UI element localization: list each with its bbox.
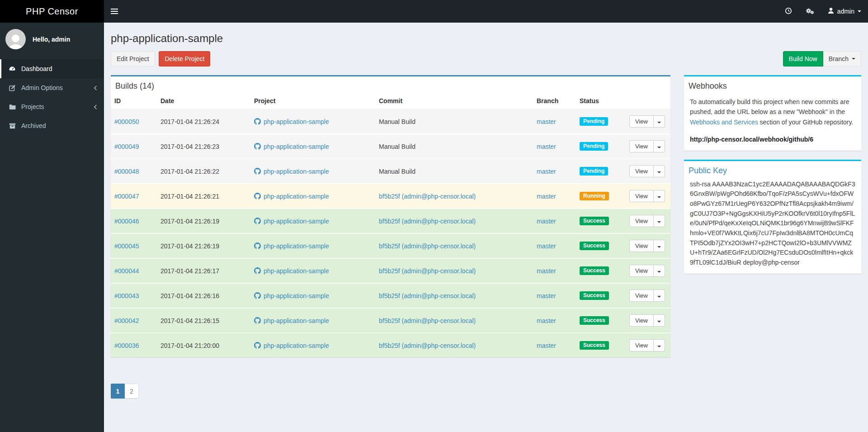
settings-button[interactable] (799, 0, 821, 23)
sidebar-menu: Dashboard Admin Options Projects Arch (0, 59, 104, 135)
project-link[interactable]: php-application-sample (254, 342, 329, 349)
pagination-page-2[interactable]: 2 (125, 384, 139, 399)
table-row: #0000502017-01-04 21:26:24php-applicatio… (111, 109, 670, 134)
branch-link[interactable]: master (537, 317, 556, 324)
github-icon (254, 217, 261, 225)
commit-link[interactable]: bf5b25f (admin@php-censor.local) (379, 342, 476, 349)
branch-dropdown-button[interactable]: Branch (823, 51, 861, 66)
sidebar-item-projects[interactable]: Projects (0, 97, 104, 116)
build-id-link[interactable]: #000047 (114, 193, 139, 200)
pagination-page-1[interactable]: 1 (111, 384, 125, 399)
webhooks-panel-title: Webhooks (684, 76, 861, 95)
clock-icon (785, 7, 792, 16)
commit-link[interactable]: bf5b25f (admin@php-censor.local) (379, 317, 476, 324)
project-link[interactable]: php-application-sample (254, 142, 329, 150)
build-id-link[interactable]: #000049 (114, 143, 139, 150)
view-button[interactable]: View (629, 339, 654, 351)
view-dropdown-toggle[interactable] (654, 115, 665, 128)
project-link[interactable]: php-application-sample (254, 292, 329, 299)
project-link[interactable]: php-application-sample (254, 167, 329, 175)
view-button[interactable]: View (629, 165, 654, 177)
cogs-icon (806, 7, 814, 16)
github-icon (254, 118, 261, 125)
build-id-link[interactable]: #000042 (114, 317, 139, 324)
branch-link[interactable]: master (537, 292, 556, 299)
user-menu-button[interactable]: admin (821, 0, 868, 23)
project-link[interactable]: php-application-sample (254, 192, 329, 200)
caret-down-icon (657, 171, 661, 173)
view-dropdown-toggle[interactable] (654, 165, 665, 177)
build-id-link[interactable]: #000048 (114, 168, 139, 175)
view-button[interactable]: View (629, 140, 654, 152)
build-id-link[interactable]: #000045 (114, 242, 139, 250)
commit-link[interactable]: bf5b25f (admin@php-censor.local) (379, 267, 476, 275)
github-icon (254, 167, 261, 175)
branch-dropdown-label: Branch (829, 54, 849, 63)
sidebar-item-archived[interactable]: Archived (0, 116, 104, 135)
project-link[interactable]: php-application-sample (254, 118, 329, 125)
public-key-panel-title: Public Key (684, 161, 861, 180)
branch-link[interactable]: master (537, 342, 556, 349)
delete-project-button[interactable]: Delete Project (159, 51, 210, 66)
sidebar-toggle-button[interactable] (104, 0, 125, 23)
sidebar-item-dashboard[interactable]: Dashboard (0, 59, 104, 78)
view-dropdown-toggle[interactable] (654, 190, 665, 202)
build-id-link[interactable]: #000050 (114, 118, 139, 125)
github-icon (254, 142, 261, 150)
main-header: PHP Censor (0, 0, 868, 23)
view-button[interactable]: View (629, 314, 654, 327)
view-button[interactable]: View (629, 215, 654, 227)
view-dropdown-toggle[interactable] (654, 314, 665, 327)
branch-link[interactable]: master (537, 168, 556, 175)
commit-link[interactable]: bf5b25f (admin@php-censor.local) (379, 242, 476, 250)
view-dropdown-toggle[interactable] (654, 339, 665, 351)
view-button[interactable]: View (629, 240, 654, 252)
build-id-link[interactable]: #000043 (114, 292, 139, 299)
branch-link[interactable]: master (537, 218, 556, 225)
branch-link[interactable]: master (537, 118, 556, 125)
build-id-link[interactable]: #000046 (114, 218, 139, 225)
view-dropdown-toggle[interactable] (654, 265, 665, 277)
view-button[interactable]: View (629, 190, 654, 202)
commit-link[interactable]: bf5b25f (admin@php-censor.local) (379, 218, 476, 225)
commit-link[interactable]: bf5b25f (admin@php-censor.local) (379, 292, 476, 299)
view-dropdown-toggle[interactable] (654, 215, 665, 227)
project-link[interactable]: php-application-sample (254, 217, 329, 225)
view-dropdown-toggle[interactable] (654, 240, 665, 252)
chevron-left-icon (94, 104, 97, 109)
webhooks-services-link[interactable]: Webhooks and Services (690, 119, 758, 126)
folder-icon (8, 104, 16, 110)
branch-link[interactable]: master (537, 267, 556, 275)
github-icon (254, 317, 261, 324)
caret-down-icon (858, 10, 861, 12)
view-dropdown-toggle[interactable] (654, 290, 665, 302)
table-row: #0000362017-01-04 21:20:00php-applicatio… (111, 333, 670, 357)
app-logo[interactable]: PHP Censor (0, 0, 104, 23)
build-date: 2017-01-04 21:26:16 (157, 283, 250, 308)
caret-down-icon (657, 221, 661, 223)
project-link[interactable]: php-application-sample (254, 242, 329, 250)
branch-link[interactable]: master (537, 242, 556, 250)
build-id-link[interactable]: #000036 (114, 342, 139, 349)
build-id-link[interactable]: #000044 (114, 267, 139, 275)
build-history-button[interactable] (778, 0, 799, 23)
view-button[interactable]: View (629, 265, 654, 277)
branch-link[interactable]: master (537, 193, 556, 200)
commit-link[interactable]: bf5b25f (admin@php-censor.local) (379, 193, 476, 200)
view-button[interactable]: View (629, 290, 654, 302)
edit-project-button[interactable]: Edit Project (111, 51, 155, 66)
status-badge: Success (580, 291, 609, 300)
project-link[interactable]: php-application-sample (254, 317, 329, 324)
status-badge: Running (580, 192, 609, 200)
build-date: 2017-01-04 21:26:19 (157, 233, 250, 258)
project-link[interactable]: php-application-sample (254, 267, 329, 275)
caret-down-icon (657, 196, 661, 198)
build-now-button[interactable]: Build Now (783, 51, 823, 66)
view-dropdown-toggle[interactable] (654, 140, 665, 152)
public-key-text: ssh-rsa AAAAB3NzaC1yc2EAAAADAQABAAABAQDG… (690, 180, 855, 268)
view-button[interactable]: View (629, 115, 654, 128)
build-date: 2017-01-04 21:26:22 (157, 159, 250, 184)
branch-link[interactable]: master (537, 143, 556, 150)
table-row: #0000452017-01-04 21:26:19php-applicatio… (111, 233, 670, 258)
sidebar-item-admin-options[interactable]: Admin Options (0, 78, 104, 97)
